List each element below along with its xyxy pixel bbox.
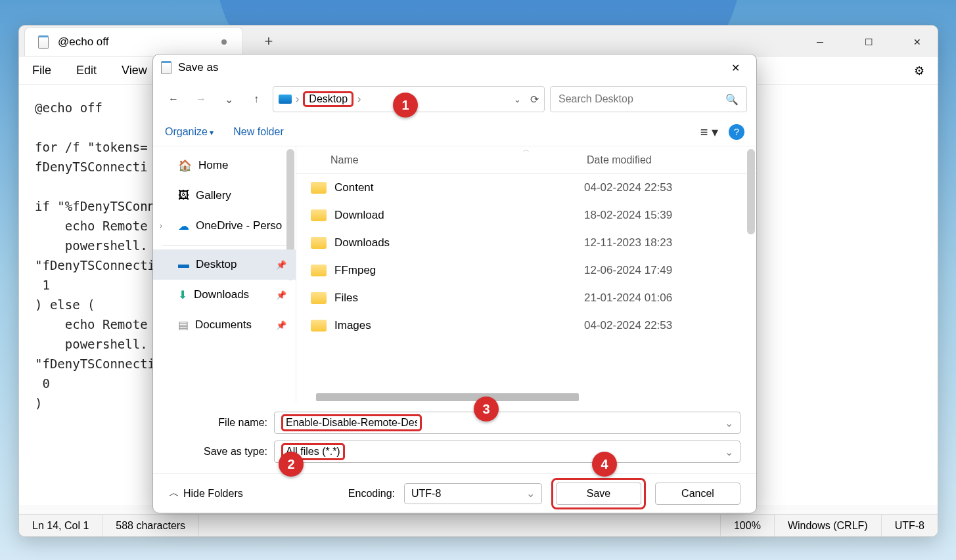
- file-row[interactable]: FFmpeg12-06-2024 17:49: [296, 257, 756, 284]
- file-row[interactable]: Download18-02-2024 15:39: [296, 202, 756, 229]
- filename-input[interactable]: ⌄: [274, 412, 740, 434]
- maximize-button[interactable]: ☐: [854, 31, 884, 53]
- dialog-toolbar: Organize New folder ≡ ▾ ?: [153, 118, 756, 146]
- file-date: 21-01-2024 01:06: [584, 291, 672, 305]
- tab-bar: @echo off + ─ ☐ ✕: [19, 26, 938, 57]
- menu-view[interactable]: View: [122, 64, 147, 77]
- location-desktop[interactable]: Desktop: [303, 91, 353, 107]
- nav-back-button[interactable]: ←: [162, 88, 185, 110]
- file-name: Content: [334, 181, 584, 194]
- sidebar-divider: [162, 245, 286, 246]
- file-row[interactable]: Images04-02-2024 22:53: [296, 312, 756, 339]
- notepad-tab[interactable]: @echo off: [24, 27, 243, 56]
- status-position: Ln 14, Col 1: [19, 515, 102, 536]
- hide-folders-toggle[interactable]: ︿Hide Folders: [169, 486, 243, 500]
- address-dropdown-icon[interactable]: ⌄: [514, 95, 521, 104]
- file-name: Downloads: [334, 236, 584, 249]
- sidebar-item-gallery[interactable]: 🖼Gallery: [153, 181, 296, 211]
- sidebar-item-documents[interactable]: ▤Documents📌: [153, 310, 296, 340]
- pc-icon: [279, 95, 292, 104]
- chevron-right-icon: ›: [357, 93, 361, 105]
- help-icon[interactable]: ?: [729, 124, 744, 140]
- chevron-right-icon[interactable]: ›: [160, 221, 162, 230]
- folder-icon: [311, 182, 327, 194]
- status-lineending: Windows (CRLF): [775, 515, 882, 536]
- documents-icon: ▤: [178, 318, 189, 332]
- file-date: 04-02-2024 22:53: [584, 181, 672, 194]
- folder-icon: [311, 209, 327, 221]
- settings-gear-icon[interactable]: ⚙: [914, 64, 924, 78]
- filename-label: File name:: [169, 417, 274, 429]
- nav-forward-button[interactable]: →: [190, 88, 212, 110]
- filename-value[interactable]: [286, 417, 417, 429]
- nav-up-button[interactable]: ↑: [245, 88, 267, 110]
- status-zoom: 100%: [721, 515, 775, 536]
- gallery-icon: 🖼: [178, 189, 189, 202]
- folder-icon: [311, 237, 327, 249]
- folder-icon: [311, 265, 327, 276]
- folder-icon: [311, 320, 327, 332]
- status-chars: 588 characters: [102, 515, 199, 536]
- sidebar-item-desktop[interactable]: ▬Desktop📌: [153, 249, 296, 280]
- file-name: Images: [334, 319, 584, 332]
- file-row[interactable]: Content04-02-2024 22:53: [296, 174, 756, 202]
- new-folder-button[interactable]: New folder: [233, 126, 283, 138]
- folder-icon: [311, 292, 327, 304]
- window-controls: ─ ☐ ✕: [805, 31, 932, 53]
- dropdown-icon[interactable]: ⌄: [725, 446, 733, 458]
- close-button[interactable]: ✕: [902, 31, 932, 53]
- search-placeholder: Search Desktop: [558, 93, 633, 105]
- dropdown-icon: ⌄: [526, 487, 535, 500]
- dialog-title: Save as: [178, 61, 218, 74]
- annotation-4: 4: [592, 452, 617, 477]
- dialog-close-button[interactable]: ✕: [722, 58, 748, 77]
- collapse-icon[interactable]: ︿: [523, 146, 530, 154]
- dialog-body: 🏠Home 🖼Gallery ›☁OneDrive - Perso ▬Deskt…: [153, 146, 756, 402]
- encoding-select[interactable]: UTF-8⌄: [404, 483, 542, 504]
- annotation-3: 3: [474, 397, 499, 421]
- new-tab-button[interactable]: +: [264, 33, 273, 50]
- organize-button[interactable]: Organize: [165, 126, 214, 138]
- filelist-h-scrollbar[interactable]: [316, 393, 579, 401]
- file-name: Download: [334, 209, 584, 222]
- column-date[interactable]: Date modified: [579, 154, 652, 166]
- status-bar: Ln 14, Col 1 588 characters 100% Windows…: [19, 514, 938, 536]
- filelist-scrollbar[interactable]: [747, 149, 755, 234]
- sidebar-item-downloads[interactable]: ⬇Downloads📌: [153, 280, 296, 310]
- notepad-icon: [37, 34, 50, 50]
- save-button[interactable]: Save: [556, 483, 641, 505]
- menu-file[interactable]: File: [32, 64, 51, 77]
- dialog-app-icon: [161, 61, 171, 74]
- saveastype-select[interactable]: All files (*.*) ⌄: [274, 441, 740, 463]
- encoding-label: Encoding:: [348, 488, 395, 500]
- dialog-nav: ← → ⌄ ↑ › Desktop › ⌄ ⟳ Search Desktop 🔍: [153, 81, 756, 118]
- sidebar-item-home[interactable]: 🏠Home: [153, 150, 296, 181]
- search-icon: 🔍: [725, 93, 739, 106]
- menu-edit[interactable]: Edit: [76, 64, 97, 77]
- dropdown-icon[interactable]: ⌄: [725, 417, 733, 429]
- nav-recent-button[interactable]: ⌄: [217, 88, 240, 110]
- file-date: 04-02-2024 22:53: [584, 319, 672, 332]
- tab-title: @echo off: [58, 35, 108, 49]
- column-name[interactable]: Name: [296, 154, 579, 166]
- minimize-button[interactable]: ─: [805, 31, 835, 53]
- annotation-1: 1: [393, 93, 418, 118]
- file-date: 12-06-2024 17:49: [584, 264, 672, 277]
- download-icon: ⬇: [178, 288, 187, 302]
- file-date: 12-11-2023 18:23: [584, 236, 672, 249]
- file-name: FFmpeg: [334, 264, 584, 277]
- pin-icon: 📌: [276, 290, 286, 300]
- file-row[interactable]: Files21-01-2024 01:06: [296, 284, 756, 312]
- refresh-icon[interactable]: ⟳: [525, 93, 539, 106]
- search-input[interactable]: Search Desktop 🔍: [550, 86, 747, 112]
- dialog-fields: File name: ⌄ Save as type: All files (*.…: [153, 402, 756, 473]
- nav-sidebar: 🏠Home 🖼Gallery ›☁OneDrive - Perso ▬Deskt…: [153, 146, 296, 402]
- file-list: ︿ Name Date modified Content04-02-2024 2…: [296, 146, 756, 402]
- file-row[interactable]: Downloads12-11-2023 18:23: [296, 229, 756, 257]
- dialog-titlebar: Save as ✕: [153, 54, 756, 81]
- cancel-button[interactable]: Cancel: [655, 483, 740, 505]
- view-mode-icon[interactable]: ≡ ▾: [700, 124, 718, 140]
- sidebar-item-onedrive[interactable]: ›☁OneDrive - Perso: [153, 211, 296, 241]
- home-icon: 🏠: [178, 159, 192, 173]
- pin-icon: 📌: [276, 260, 286, 270]
